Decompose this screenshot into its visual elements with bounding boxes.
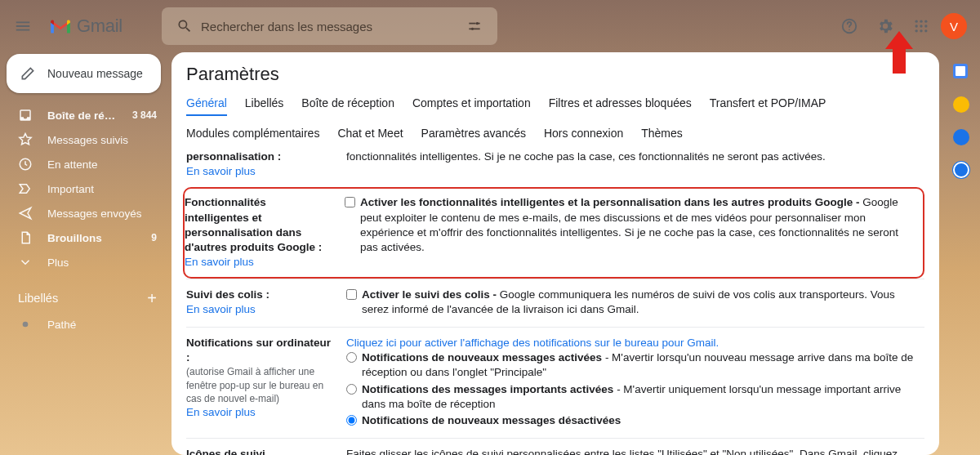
tab-param-tres-avanc-s[interactable]: Paramètres avancés	[421, 127, 526, 140]
svg-point-4	[915, 20, 918, 23]
inbox-icon	[18, 108, 33, 123]
notif-opt3-row[interactable]: Notifications de nouveaux messages désac…	[346, 413, 924, 428]
support-button[interactable]	[833, 10, 866, 42]
tab-th-mes[interactable]: Thèmes	[641, 127, 683, 140]
tab-transfert-et-pop-imap[interactable]: Transfert et POP/IMAP	[710, 96, 826, 115]
star-icon	[18, 132, 33, 147]
compose-label: Nouveau message	[47, 67, 143, 80]
svg-point-6	[924, 20, 927, 23]
notif-opt2-row[interactable]: Notifications des messages importants ac…	[346, 382, 924, 412]
search-options-icon[interactable]	[458, 18, 491, 34]
sidebar-item-label: Plus	[47, 256, 142, 269]
setting-notif-title: Notifications sur ordinateur :	[186, 336, 332, 365]
sidebar-item-0[interactable]: Boîte de réce… 3 844	[0, 103, 170, 127]
sidebar-item-1[interactable]: Messages suivis	[0, 127, 170, 152]
tab-libell-s[interactable]: Libellés	[245, 96, 283, 115]
parcel-cb-label: Activer le suivi des colis -	[362, 288, 497, 301]
calendar-addon[interactable]	[953, 64, 969, 80]
account-avatar[interactable]: V	[941, 13, 967, 39]
page-title: Paramètres	[186, 64, 924, 85]
main-menu-button[interactable]	[7, 10, 39, 42]
svg-point-7	[915, 25, 918, 27]
sidebar-item-label: Brouillons	[47, 232, 136, 244]
annotation-arrow	[885, 31, 913, 74]
keep-addon[interactable]	[953, 96, 969, 113]
tab-modules-compl-mentaires[interactable]: Modules complémentaires	[186, 127, 319, 140]
tab-chat-et-meet[interactable]: Chat et Meet	[337, 127, 403, 140]
tab-g-n-ral[interactable]: Général	[186, 96, 227, 116]
search-icon[interactable]	[168, 18, 201, 34]
search-bar[interactable]	[162, 7, 497, 45]
labels-header: Libellés	[18, 292, 58, 305]
setting-parcel-title: Suivi des colis :	[186, 288, 332, 302]
learn-more-link[interactable]: En savoir plus	[186, 165, 256, 177]
setting-perso-body: fonctionnalités intelligentes. Si je ne …	[346, 149, 924, 179]
sidebar-item-label: En attente	[47, 158, 142, 171]
sidebar-item-2[interactable]: En attente	[0, 152, 170, 176]
sidebar-item-4[interactable]: Messages envoyés	[0, 201, 170, 225]
smart-other-cb-label: Activer les fonctionnalités intelligente…	[360, 196, 859, 208]
enable-desktop-notif-link[interactable]: Cliquez ici pour activer l'affichage des…	[346, 337, 719, 349]
tab-bo-te-de-r-ception[interactable]: Boîte de réception	[301, 96, 394, 115]
sidebar-label-text: Pathé	[47, 319, 157, 331]
stars-body-strong: Faites glisser les icônes de suivi perso…	[346, 448, 796, 455]
gmail-wordmark: Gmail	[77, 16, 122, 37]
setting-smart-other-title: Fonctionnalités intelligentes et personn…	[185, 195, 330, 255]
notif-opt1-row[interactable]: Notifications de nouveaux messages activ…	[346, 350, 924, 380]
tab-hors-connexion[interactable]: Hors connexion	[544, 127, 623, 140]
svg-point-14	[23, 322, 29, 328]
apps-grid-icon	[913, 18, 929, 34]
gmail-logo[interactable]: Gmail	[49, 16, 122, 37]
svg-point-1	[471, 28, 474, 30]
sidebar-item-6[interactable]: Plus	[0, 250, 170, 274]
tasks-addon[interactable]	[953, 129, 969, 145]
search-input[interactable]	[201, 20, 458, 33]
notif-radio-off[interactable]	[346, 415, 357, 426]
notif-radio-new[interactable]	[346, 352, 357, 363]
important-icon	[18, 181, 33, 196]
sidebar-item-label: Messages envoyés	[47, 207, 142, 220]
svg-point-12	[924, 29, 927, 32]
tab-filtres-et-adresses-bloqu-es[interactable]: Filtres et adresses bloquées	[549, 96, 692, 115]
tag-icon	[18, 318, 33, 331]
svg-point-8	[920, 25, 922, 27]
gmail-m-icon	[49, 17, 72, 35]
learn-more-link[interactable]: En savoir plus	[186, 406, 256, 418]
setting-perso-title: personnalisation :	[186, 149, 332, 164]
compose-button[interactable]: Nouveau message	[7, 54, 161, 93]
learn-more-link[interactable]: En savoir plus	[185, 256, 254, 268]
svg-point-5	[920, 20, 922, 23]
sidebar-item-label: Messages suivis	[47, 134, 142, 146]
sidebar-item-count: 3 844	[132, 109, 157, 121]
svg-point-0	[476, 22, 479, 25]
parcel-checkbox[interactable]	[346, 289, 357, 300]
add-label-button[interactable]: +	[147, 289, 157, 308]
chevron-down-icon	[18, 255, 33, 270]
sent-icon	[18, 206, 33, 221]
svg-point-11	[920, 29, 922, 32]
learn-more-link[interactable]: En savoir plus	[186, 303, 256, 315]
help-icon	[840, 17, 858, 35]
parcel-checkbox-row[interactable]: Activer le suivi des colis - Google comm…	[346, 288, 924, 317]
pencil-icon	[20, 65, 36, 82]
sidebar-item-5[interactable]: Brouillons 9	[0, 225, 170, 250]
sidebar-label-0[interactable]: Pathé	[0, 312, 170, 337]
tab-comptes-et-importation[interactable]: Comptes et importation	[412, 96, 531, 115]
contacts-addon[interactable]	[953, 162, 969, 178]
sidebar-item-3[interactable]: Important	[0, 176, 170, 201]
smart-other-checkbox[interactable]	[345, 197, 355, 207]
sidebar-item-count: 9	[151, 232, 157, 243]
svg-point-9	[924, 25, 927, 27]
clock-icon	[18, 157, 33, 172]
sidebar-item-label: Important	[47, 183, 142, 195]
svg-point-3	[849, 29, 849, 30]
hamburger-icon	[14, 17, 32, 35]
setting-notif-sub: (autorise Gmail à afficher une fenêtre p…	[186, 365, 332, 405]
smart-other-checkbox-row[interactable]: Activer les fonctionnalités intelligente…	[345, 195, 916, 255]
setting-stars-title: Icônes de suivi personnalisées :	[186, 447, 332, 455]
svg-point-10	[915, 29, 918, 32]
draft-icon	[18, 230, 33, 245]
sidebar-item-label: Boîte de réce…	[47, 109, 118, 122]
notif-radio-important[interactable]	[346, 384, 357, 395]
